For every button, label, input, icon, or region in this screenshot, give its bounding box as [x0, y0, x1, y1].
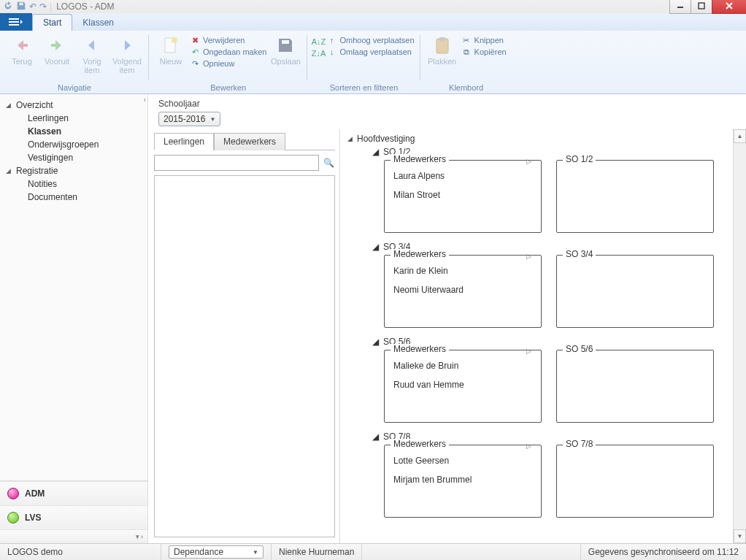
- klas-body: MedewerkersLotte GeersenMirjam ten Brumm…: [384, 445, 742, 518]
- vestiging-header[interactable]: ◢ Hoofdvestiging: [347, 132, 742, 145]
- klas-block: ◢SO 5/6MedewerkersMalieke de BruinRuud v…: [372, 335, 742, 423]
- legend: SO 7/8: [563, 439, 596, 449]
- arrow-up-icon: ↑: [326, 35, 337, 45]
- dot-pink-icon: [7, 488, 19, 499]
- delete-icon: ✖: [190, 35, 200, 45]
- klas-body: MedewerkersKarin de KleinNeomi Uiterwaar…: [384, 255, 742, 328]
- move-down-button[interactable]: ↓Omlaag verplaatsen: [326, 47, 414, 57]
- expander-icon[interactable]: ▷: [526, 348, 531, 355]
- nav-next-item-button[interactable]: Volgend item: [111, 32, 143, 74]
- qat-undo-icon[interactable]: ↶: [29, 1, 36, 12]
- move-up-button[interactable]: ↑Omhoog verplaatsen: [326, 35, 414, 45]
- legend: Medewerkers: [391, 249, 449, 259]
- group-label-bewerken: Bewerken: [210, 83, 246, 93]
- ribbon-group-sorteren: A↓Z Z↓A ↑Omhoog verplaatsen ↓Omlaag verp…: [307, 31, 420, 93]
- minimize-button[interactable]: [669, 0, 691, 14]
- nav-section-lvs[interactable]: LVS: [0, 505, 147, 529]
- group-label-sorteren: Sorteren en filteren: [330, 83, 399, 93]
- app-menu-button[interactable]: [0, 13, 32, 31]
- scroll-up-icon[interactable]: ▲: [734, 129, 746, 143]
- nav-registratie[interactable]: ◢Registratie: [0, 164, 147, 177]
- content-area: Schooljaar 2015-2016 ▼ Leerlingen Medewe…: [148, 94, 746, 543]
- expander-icon[interactable]: ▷: [526, 442, 531, 450]
- qat-save-icon[interactable]: [16, 1, 26, 13]
- legend: Medewerkers: [391, 344, 449, 354]
- svg-rect-5: [9, 21, 19, 23]
- search-icon[interactable]: 🔍: [322, 158, 335, 168]
- nav-leerlingen[interactable]: Leerlingen: [0, 112, 147, 125]
- status-vestiging-select[interactable]: Dependance ▼: [169, 545, 264, 559]
- chevron-left-icon: [82, 35, 102, 55]
- schooljaar-select[interactable]: 2015-2016 ▼: [158, 112, 220, 126]
- nav-forward-button[interactable]: Vooruit: [41, 32, 73, 66]
- svg-rect-6: [9, 24, 19, 26]
- nav-documenten[interactable]: Documenten: [0, 191, 147, 204]
- nav-vestigingen[interactable]: Vestigingen: [0, 151, 147, 164]
- arrow-left-icon: [12, 35, 32, 55]
- scroll-down-icon[interactable]: ▼: [734, 529, 746, 543]
- klas-block: ◢SO 1/2MedewerkersLaura AlpensMilan Stro…: [372, 145, 742, 233]
- nav-onderwijsgroepen[interactable]: Onderwijsgroepen: [0, 138, 147, 151]
- search-input[interactable]: [154, 155, 319, 171]
- delete-button[interactable]: ✖Verwijderen: [190, 35, 266, 45]
- close-button[interactable]: [712, 0, 746, 14]
- sort-za-button[interactable]: Z↓A: [313, 48, 323, 58]
- dot-green-icon: [7, 512, 19, 523]
- klas-box[interactable]: SO 7/8: [556, 445, 714, 518]
- right-panel: ◢ Hoofdvestiging ◢SO 1/2MedewerkersLaura…: [340, 129, 746, 543]
- sort-az-button[interactable]: A↓Z: [313, 37, 323, 47]
- paste-button[interactable]: Plakken: [426, 32, 458, 66]
- nav-configure-button[interactable]: ▾ ›: [0, 529, 147, 543]
- medewerker-name: Laura Alpens: [393, 166, 532, 185]
- undo-button[interactable]: ↶Ongedaan maken: [190, 47, 266, 57]
- klas-box[interactable]: SO 5/6: [556, 350, 714, 423]
- save-button[interactable]: Opslaan: [269, 32, 301, 66]
- nav-klassen[interactable]: Klassen: [0, 125, 147, 138]
- svg-rect-4: [9, 18, 19, 20]
- ribbon: Terug Vooruit Vorig item Volgend item Na…: [0, 31, 746, 94]
- leerlingen-list[interactable]: [154, 175, 335, 537]
- ribbon-tab-klassen[interactable]: Klassen: [72, 15, 124, 31]
- new-button[interactable]: Nieuw: [155, 32, 187, 66]
- sort-az-icon: A↓Z: [313, 37, 323, 47]
- nav-back-button[interactable]: Terug: [6, 32, 38, 66]
- nav-prev-item-button[interactable]: Vorig item: [76, 32, 108, 74]
- arrow-down-icon: ↓: [326, 47, 337, 57]
- tab-medewerkers[interactable]: Medewerkers: [214, 133, 285, 150]
- klas-box[interactable]: SO 1/2: [556, 160, 714, 233]
- legend: SO 1/2: [563, 154, 596, 164]
- klas-box[interactable]: SO 3/4: [556, 255, 714, 328]
- status-user: Nienke Huurneman: [272, 544, 362, 560]
- legend: Medewerkers: [391, 154, 449, 164]
- tab-leerlingen[interactable]: Leerlingen: [154, 133, 214, 150]
- klas-body: MedewerkersLaura AlpensMilan Stroet▷SO 1…: [384, 160, 742, 233]
- medewerkers-box[interactable]: MedewerkersKarin de KleinNeomi Uiterwaar…: [384, 255, 542, 328]
- expander-icon[interactable]: ▷: [526, 253, 531, 260]
- medewerkers-box[interactable]: MedewerkersLotte GeersenMirjam ten Brumm…: [384, 445, 542, 518]
- ribbon-tab-start[interactable]: Start: [32, 14, 72, 31]
- ribbon-group-klembord: Plakken ✂Knippen ⧉Kopiëren Klembord: [420, 31, 512, 93]
- qat-refresh-icon[interactable]: [3, 1, 13, 13]
- medewerker-name: Malieke de Bruin: [393, 356, 532, 375]
- navigation-panel: ‹ ◢Overzicht Leerlingen Klassen Onderwij…: [0, 94, 148, 543]
- clipboard-icon: [432, 35, 453, 55]
- nav-notities[interactable]: Notities: [0, 177, 147, 191]
- maximize-button[interactable]: [691, 0, 712, 14]
- medewerkers-box[interactable]: MedewerkersMalieke de BruinRuud van Hemm…: [384, 350, 542, 423]
- medewerkers-box[interactable]: MedewerkersLaura AlpensMilan Stroet: [384, 160, 542, 233]
- redo-button[interactable]: ↷Opnieuw: [190, 58, 266, 69]
- qat-redo-icon[interactable]: ↷: [39, 1, 47, 12]
- left-panel: Leerlingen Medewerkers 🔍: [148, 129, 340, 543]
- medewerker-name: Karin de Klein: [393, 261, 532, 280]
- cut-button[interactable]: ✂Knippen: [461, 35, 507, 45]
- right-scrollbar[interactable]: ▲ ▼: [733, 129, 746, 543]
- nav-section-adm[interactable]: ADM: [0, 481, 147, 505]
- nav-collapse-button[interactable]: ‹: [144, 96, 146, 104]
- save-icon: [275, 35, 296, 55]
- nav-overzicht[interactable]: ◢Overzicht: [0, 99, 147, 112]
- medewerker-name: Milan Stroet: [393, 185, 532, 204]
- expander-icon[interactable]: ▷: [526, 158, 531, 165]
- legend: Medewerkers: [391, 439, 449, 449]
- title-bar: ↶ ↷ | LOGOS - ADM: [0, 0, 746, 13]
- copy-button[interactable]: ⧉Kopiëren: [461, 47, 507, 57]
